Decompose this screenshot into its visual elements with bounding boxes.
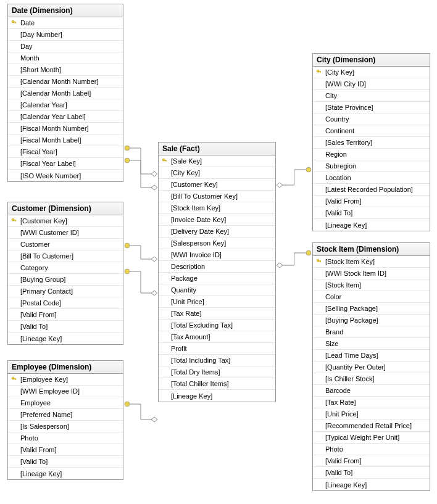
table-column[interactable]: Employee [8,397,123,409]
table-column[interactable]: [Fiscal Month Label] [8,134,123,146]
table-column[interactable]: Package [159,273,275,284]
table-header[interactable]: Customer (Dimension) [8,202,123,215]
table-column[interactable]: Day [8,41,123,52]
table-column[interactable]: [State Province] [313,102,430,114]
table-column[interactable]: [Valid To] [313,207,430,219]
table-column[interactable]: [Valid To] [313,467,430,479]
table-column[interactable]: [Quantity Per Outer] [313,361,430,373]
table-column[interactable]: Customer [8,239,123,250]
table-column[interactable]: [Calendar Year Label] [8,111,123,123]
table-column[interactable]: [Lineage Key] [313,219,430,231]
table-column[interactable]: [WWI Customer ID] [8,227,123,239]
table-column[interactable]: Photo [8,432,123,444]
table-column[interactable]: Size [313,338,430,350]
table-column[interactable]: [Tax Rate] [159,308,275,320]
table-column[interactable]: Location [313,172,430,184]
table-column[interactable]: Category [8,262,123,274]
table-column[interactable]: [Tax Amount] [159,331,275,343]
table-column[interactable]: Country [313,114,430,125]
table-column[interactable]: [City Key] [313,67,430,78]
table-header[interactable]: City (Dimension) [313,54,430,67]
table-header[interactable]: Stock Item (Dimension) [313,243,430,256]
table-header[interactable]: Date (Dimension) [8,4,123,17]
table-column[interactable]: Description [159,261,275,273]
table-column[interactable]: [Buying Package] [313,315,430,326]
table-column[interactable]: [WWI Stock Item ID] [313,268,430,279]
table-column[interactable]: [Unit Price] [313,408,430,420]
table-date[interactable]: Date (Dimension)Date[Day Number]DayMonth… [7,4,123,182]
table-customer[interactable]: Customer (Dimension)[Customer Key][WWI C… [7,202,123,345]
table-column[interactable]: [Total Dry Items] [159,366,275,378]
table-column[interactable]: [Total Chiller Items] [159,378,275,390]
table-column[interactable]: [Sales Territory] [313,137,430,149]
table-column[interactable]: [Valid To] [8,321,123,333]
table-column[interactable]: [Calendar Month Label] [8,88,123,99]
table-column[interactable]: [Typical Weight Per Unit] [313,432,430,444]
table-column[interactable]: [Stock Item Key] [159,202,275,214]
table-column[interactable]: [Sale Key] [159,155,275,167]
table-column[interactable]: Region [313,149,430,160]
table-column[interactable]: [Valid From] [8,309,123,321]
table-column[interactable]: [Bill To Customer Key] [159,191,275,202]
table-column[interactable]: Color [313,291,430,303]
table-column[interactable]: [Is Chiller Stock] [313,373,430,385]
table-column[interactable]: [Primary Contact] [8,286,123,297]
table-column[interactable]: Date [8,17,123,29]
table-column[interactable]: Quantity [159,284,275,296]
table-column[interactable]: [Buying Group] [8,274,123,286]
table-column[interactable]: [City Key] [159,167,275,179]
table-column[interactable]: [Selling Package] [313,303,430,315]
table-column[interactable]: [ISO Week Number] [8,170,123,181]
table-column[interactable]: [Preferred Name] [8,409,123,421]
table-column[interactable]: [Total Excluding Tax] [159,320,275,331]
table-stockitem[interactable]: Stock Item (Dimension)[Stock Item Key][W… [312,242,430,491]
table-column[interactable]: [Salesperson Key] [159,238,275,249]
table-column[interactable]: Brand [313,326,430,338]
table-column[interactable]: [Fiscal Year] [8,146,123,158]
table-column[interactable]: Subregion [313,160,430,172]
table-column[interactable]: [Calendar Month Number] [8,76,123,88]
table-column[interactable]: Month [8,52,123,64]
table-column[interactable]: [Valid From] [313,455,430,467]
table-column[interactable]: [Day Number] [8,29,123,41]
table-column[interactable]: [Is Salesperson] [8,421,123,432]
table-sale[interactable]: Sale (Fact)[Sale Key][City Key][Customer… [158,142,276,402]
table-column[interactable]: [WWI City ID] [313,78,430,90]
table-column[interactable]: [Short Month] [8,64,123,76]
table-column[interactable]: [Calendar Year] [8,99,123,111]
table-column[interactable]: [WWI Employee ID] [8,386,123,397]
table-column[interactable]: [Lineage Key] [8,468,123,479]
table-column[interactable]: [WWI Invoice ID] [159,249,275,261]
table-column[interactable]: [Fiscal Month Number] [8,123,123,134]
table-column[interactable]: [Recommended Retail Price] [313,420,430,432]
table-column[interactable]: [Stock Item] [313,279,430,291]
table-city[interactable]: City (Dimension)[City Key][WWI City ID]C… [312,53,430,231]
table-column[interactable]: [Total Including Tax] [159,355,275,366]
table-column[interactable]: Photo [313,444,430,455]
table-column[interactable]: [Invoice Date Key] [159,214,275,226]
table-column[interactable]: Profit [159,343,275,355]
table-column[interactable]: [Lead Time Days] [313,350,430,361]
table-column[interactable]: [Valid From] [313,196,430,207]
table-header[interactable]: Employee (Dimension) [8,361,123,374]
table-column[interactable]: [Latest Recorded Population] [313,184,430,196]
table-column[interactable]: [Lineage Key] [159,390,275,402]
table-column[interactable]: [Postal Code] [8,297,123,309]
table-column[interactable]: [Fiscal Year Label] [8,158,123,170]
table-column[interactable]: [Bill To Customer] [8,250,123,262]
table-header[interactable]: Sale (Fact) [159,143,275,155]
table-column[interactable]: [Lineage Key] [8,333,123,344]
table-column[interactable]: [Employee Key] [8,374,123,386]
table-column[interactable]: Continent [313,125,430,137]
table-column[interactable]: Barcode [313,385,430,397]
table-column[interactable]: [Customer Key] [159,179,275,191]
table-column[interactable]: [Customer Key] [8,215,123,227]
table-column[interactable]: [Tax Rate] [313,397,430,408]
table-column[interactable]: [Valid From] [8,444,123,456]
table-column[interactable]: [Valid To] [8,456,123,468]
table-column[interactable]: [Delivery Date Key] [159,226,275,238]
table-column[interactable]: [Stock Item Key] [313,256,430,268]
table-employee[interactable]: Employee (Dimension)[Employee Key][WWI E… [7,360,123,480]
table-column[interactable]: [Unit Price] [159,296,275,308]
table-column[interactable]: City [313,90,430,102]
